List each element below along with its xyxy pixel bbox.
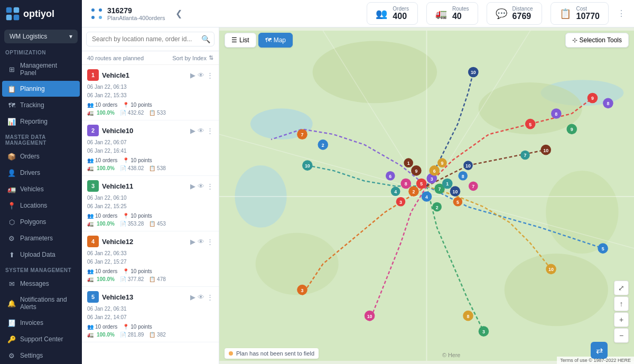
sidebar-item-notifications[interactable]: 🔔 Notifications and Alerts [2, 292, 80, 314]
eye-icon[interactable]: 👁 [198, 238, 204, 246]
route-item-4[interactable]: 4 Vehicle12 ▶ 👁 ⋮ 06 Jan 22, 06:3306 Jan… [82, 231, 219, 287]
route-dates-5: 06 Jan 22, 06:3106 Jan 22, 14:07 [87, 305, 213, 322]
sidebar-item-label: Support Center [20, 335, 63, 343]
svg-point-5 [99, 8, 102, 12]
svg-text:5: 5 [420, 181, 423, 186]
fullscreen-button[interactable]: ⤢ [614, 281, 629, 295]
main-content: 316279 PlanAtlanta-400orders ❮ 👥 Orders … [82, 0, 634, 364]
logo: optiyol [0, 0, 82, 27]
more-icon[interactable]: ⋮ [207, 127, 213, 135]
svg-text:4: 4 [394, 189, 397, 194]
optimization-section: Optimization ⊞ Management Panel 📋 Planni… [0, 45, 82, 130]
vehicles-icon: 🚛 [7, 185, 16, 193]
search-input[interactable] [86, 32, 215, 46]
svg-text:9: 9 [591, 96, 594, 101]
route-item-3[interactable]: 3 Vehicle11 ▶ 👁 ⋮ 06 Jan 22, 06:1006 Jan… [82, 176, 219, 231]
play-icon[interactable]: ▶ [190, 127, 195, 135]
collapse-button[interactable]: ❮ [175, 8, 182, 18]
sidebar-item-label: Drivers [20, 169, 40, 176]
sort-label: Sort by Index [172, 55, 207, 61]
topbar-more-icon[interactable]: ⋮ [617, 8, 626, 18]
route-progress-4: 🚛100.0% 📄 377.82 📋 478 [87, 276, 213, 282]
svg-text:6: 6 [389, 174, 391, 179]
route-dates-4: 06 Jan 22, 06:3306 Jan 22, 15:27 [87, 249, 213, 266]
eye-icon[interactable]: 👁 [198, 182, 204, 190]
logo-icon [5, 6, 20, 21]
locations-icon: 📍 [7, 201, 16, 210]
sidebar-item-label: Polygons [20, 218, 46, 226]
list-view-button[interactable]: ☰ List [225, 33, 256, 48]
more-icon[interactable]: ⋮ [207, 293, 213, 301]
zoom-out-button[interactable]: − [614, 328, 629, 343]
route-item-5[interactable]: 5 Vehicle13 ▶ 👁 ⋮ 06 Jan 22, 06:3106 Jan… [82, 287, 219, 342]
svg-point-4 [91, 8, 95, 12]
sort-icon: ⇅ [209, 54, 213, 61]
route-stats-2: 👥10 orders 📍10 points [87, 157, 213, 163]
sidebar-item-planning[interactable]: 📋 Planning [2, 81, 80, 97]
selection-tools-button[interactable]: ⊹ Selection Tools [565, 33, 629, 48]
sidebar-item-locations[interactable]: 📍 Locations [2, 198, 80, 213]
system-mgmt-section: System Management ✉ Messages 🔔 Notificat… [0, 263, 82, 364]
company-selector[interactable]: WM Logistics ▾ [4, 30, 78, 43]
play-icon[interactable]: ▶ [190, 71, 195, 79]
play-icon[interactable]: ▶ [190, 238, 195, 246]
upload-data-icon: ⬆ [7, 250, 16, 259]
eye-icon[interactable]: 👁 [198, 127, 204, 135]
north-arrow-button[interactable]: ↑ [614, 296, 629, 311]
sidebar-item-invoices[interactable]: 🧾 Invoices [2, 315, 80, 331]
route-item-1[interactable]: 1 Vehicle1 ▶ 👁 ⋮ 06 Jan 22, 06:1306 Jan … [82, 65, 219, 120]
eye-icon[interactable]: 👁 [198, 293, 204, 301]
play-icon[interactable]: ▶ [190, 182, 195, 190]
stat-routes: 🚛 Routes 40 [426, 2, 478, 25]
route-item-2[interactable]: 2 Vehicle10 ▶ 👁 ⋮ 06 Jan 22, 06:0706 Jan… [82, 120, 219, 176]
zoom-in-button[interactable]: + [614, 312, 629, 327]
routes-list: 1 Vehicle1 ▶ 👁 ⋮ 06 Jan 22, 06:1306 Jan … [82, 65, 219, 364]
route-name-3: Vehicle11 [102, 182, 187, 190]
more-icon[interactable]: ⋮ [207, 238, 213, 246]
distance-stat-label: Distance [512, 6, 533, 12]
route-name-4: Vehicle12 [102, 238, 187, 246]
svg-text:5: 5 [456, 200, 459, 205]
share-map-button[interactable]: ⇄ [591, 342, 608, 359]
svg-text:5: 5 [529, 122, 532, 127]
sidebar-item-reporting[interactable]: 📊 Reporting [2, 114, 80, 129]
sidebar-item-support[interactable]: 🔑 Support Center [2, 331, 80, 347]
route-panel: 🔍 40 routes are planned Sort by Index ⇅ … [82, 27, 219, 364]
svg-text:5: 5 [602, 246, 604, 251]
sidebar-item-management-panel[interactable]: ⊞ Management Panel [2, 58, 80, 80]
terms-link[interactable]: Terms of use [560, 358, 588, 363]
svg-rect-0 [6, 7, 12, 13]
svg-text:2: 2 [413, 189, 415, 194]
reporting-icon: 📊 [7, 117, 16, 126]
routes-count: 40 routes are planned [87, 55, 144, 61]
route-badge-3: 3 [87, 180, 99, 192]
route-actions-1: ▶ 👁 ⋮ [190, 71, 213, 79]
master-data-section: Master Data Management 📦 Orders 👤 Driver… [0, 130, 82, 263]
svg-text:6: 6 [433, 169, 436, 174]
more-icon[interactable]: ⋮ [207, 71, 213, 79]
play-icon[interactable]: ▶ [190, 293, 195, 301]
sidebar-item-label: Messages [20, 280, 49, 287]
sidebar-item-parameters[interactable]: ⚙ Parameters [2, 230, 80, 246]
company-name: WM Logistics [10, 33, 47, 40]
route-name-5: Vehicle13 [102, 293, 187, 301]
sidebar-item-tracking[interactable]: 🗺 Tracking [2, 97, 80, 113]
sidebar-item-drivers[interactable]: 👤 Drivers [2, 165, 80, 181]
sort-button[interactable]: Sort by Index ⇅ [172, 54, 213, 61]
route-progress-3: 🚛100.0% 📄 353.28 📋 453 [87, 221, 213, 227]
sidebar-item-vehicles[interactable]: 🚛 Vehicles [2, 181, 80, 197]
eye-icon[interactable]: 👁 [198, 71, 204, 79]
map-toolbar: ☰ List 🗺 Map [225, 33, 293, 48]
map-view-button[interactable]: 🗺 Map [258, 33, 293, 48]
more-icon[interactable]: ⋮ [207, 182, 213, 190]
route-badge-1: 1 [87, 69, 99, 81]
svg-text:10: 10 [548, 267, 554, 272]
sidebar-item-polygons[interactable]: ⬡ Polygons [2, 214, 80, 230]
distance-stat-value: 6769 [512, 12, 533, 21]
sidebar-item-orders[interactable]: 📦 Orders [2, 148, 80, 164]
sidebar-item-settings[interactable]: ⚙ Settings [2, 348, 80, 363]
cost-stat-icon: 📋 [560, 8, 571, 20]
sidebar-item-messages[interactable]: ✉ Messages [2, 276, 80, 292]
sidebar-item-upload-data[interactable]: ⬆ Upload Data [2, 247, 80, 263]
svg-point-12 [313, 41, 437, 104]
